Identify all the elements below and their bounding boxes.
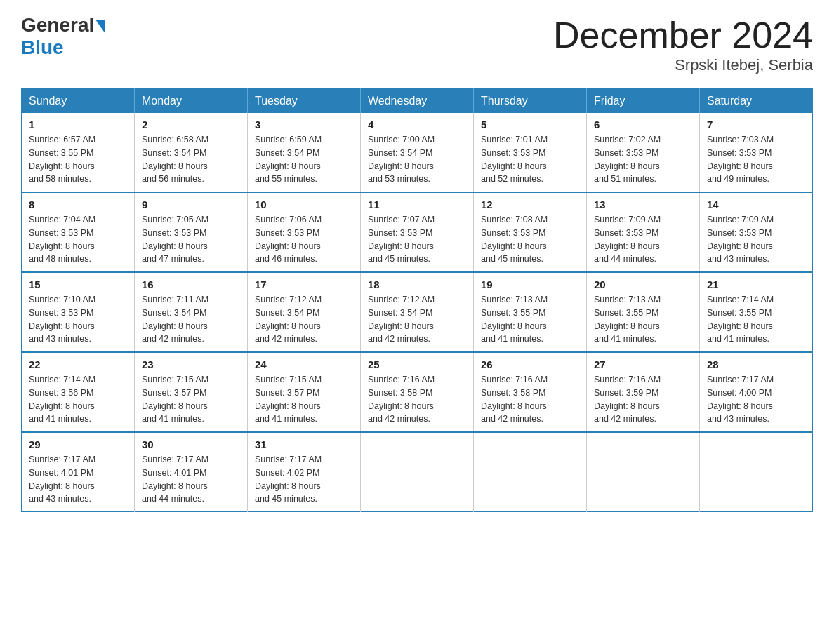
day-info: Sunrise: 6:57 AM Sunset: 3:55 PM Dayligh… (29, 133, 127, 186)
calendar-day-cell: 31Sunrise: 7:17 AM Sunset: 4:02 PM Dayli… (248, 432, 361, 512)
day-info: Sunrise: 6:59 AM Sunset: 3:54 PM Dayligh… (255, 133, 353, 186)
calendar-day-cell: 13Sunrise: 7:09 AM Sunset: 3:53 PM Dayli… (587, 192, 700, 272)
day-info: Sunrise: 7:14 AM Sunset: 3:55 PM Dayligh… (707, 293, 805, 346)
day-info: Sunrise: 7:15 AM Sunset: 3:57 PM Dayligh… (255, 373, 353, 426)
calendar-day-cell: 16Sunrise: 7:11 AM Sunset: 3:54 PM Dayli… (135, 272, 248, 352)
calendar-day-cell (587, 432, 700, 512)
calendar-day-header: Friday (587, 89, 700, 114)
calendar-day-cell: 23Sunrise: 7:15 AM Sunset: 3:57 PM Dayli… (135, 352, 248, 432)
day-info: Sunrise: 7:13 AM Sunset: 3:55 PM Dayligh… (594, 293, 692, 346)
day-info: Sunrise: 7:15 AM Sunset: 3:57 PM Dayligh… (142, 373, 240, 426)
calendar-day-cell: 20Sunrise: 7:13 AM Sunset: 3:55 PM Dayli… (587, 272, 700, 352)
day-number: 25 (368, 358, 466, 370)
day-number: 23 (142, 358, 240, 370)
day-number: 21 (707, 279, 805, 290)
day-info: Sunrise: 7:00 AM Sunset: 3:54 PM Dayligh… (368, 133, 466, 186)
day-info: Sunrise: 7:16 AM Sunset: 3:58 PM Dayligh… (368, 373, 466, 426)
calendar-title-block: December 2024 Srpski Itebej, Serbia (553, 14, 813, 74)
day-number: 14 (707, 199, 805, 210)
day-number: 24 (255, 358, 353, 370)
day-number: 26 (481, 358, 579, 370)
calendar-table: SundayMondayTuesdayWednesdayThursdayFrid… (21, 88, 813, 512)
day-number: 8 (29, 199, 127, 210)
calendar-day-cell: 6Sunrise: 7:02 AM Sunset: 3:53 PM Daylig… (587, 113, 700, 192)
day-number: 4 (368, 119, 466, 130)
day-info: Sunrise: 7:05 AM Sunset: 3:53 PM Dayligh… (142, 213, 240, 266)
calendar-day-cell: 27Sunrise: 7:16 AM Sunset: 3:59 PM Dayli… (587, 352, 700, 432)
day-info: Sunrise: 7:08 AM Sunset: 3:53 PM Dayligh… (481, 213, 579, 266)
day-number: 17 (255, 279, 353, 290)
calendar-week-row: 8Sunrise: 7:04 AM Sunset: 3:53 PM Daylig… (22, 192, 813, 272)
page-header: General Blue December 2024 Srpski Itebej… (21, 14, 813, 74)
day-info: Sunrise: 7:17 AM Sunset: 4:01 PM Dayligh… (142, 453, 240, 506)
day-number: 15 (29, 279, 127, 290)
day-number: 31 (255, 438, 353, 450)
calendar-day-cell: 7Sunrise: 7:03 AM Sunset: 3:53 PM Daylig… (700, 113, 813, 192)
day-info: Sunrise: 7:10 AM Sunset: 3:53 PM Dayligh… (29, 293, 127, 346)
day-number: 7 (707, 119, 805, 130)
calendar-day-cell: 22Sunrise: 7:14 AM Sunset: 3:56 PM Dayli… (22, 352, 135, 432)
calendar-day-cell: 5Sunrise: 7:01 AM Sunset: 3:53 PM Daylig… (474, 113, 587, 192)
day-info: Sunrise: 7:17 AM Sunset: 4:00 PM Dayligh… (707, 373, 805, 426)
calendar-day-cell: 18Sunrise: 7:12 AM Sunset: 3:54 PM Dayli… (361, 272, 474, 352)
calendar-day-header: Tuesday (248, 89, 361, 114)
calendar-subtitle: Srpski Itebej, Serbia (553, 56, 813, 74)
day-number: 11 (368, 199, 466, 210)
day-number: 9 (142, 199, 240, 210)
day-number: 12 (481, 199, 579, 210)
day-info: Sunrise: 7:01 AM Sunset: 3:53 PM Dayligh… (481, 133, 579, 186)
day-info: Sunrise: 7:16 AM Sunset: 3:59 PM Dayligh… (594, 373, 692, 426)
calendar-day-cell: 28Sunrise: 7:17 AM Sunset: 4:00 PM Dayli… (700, 352, 813, 432)
day-number: 2 (142, 119, 240, 130)
day-info: Sunrise: 7:11 AM Sunset: 3:54 PM Dayligh… (142, 293, 240, 346)
calendar-day-header: Sunday (22, 89, 135, 114)
day-info: Sunrise: 7:13 AM Sunset: 3:55 PM Dayligh… (481, 293, 579, 346)
calendar-week-row: 15Sunrise: 7:10 AM Sunset: 3:53 PM Dayli… (22, 272, 813, 352)
day-number: 6 (594, 119, 692, 130)
day-number: 16 (142, 279, 240, 290)
day-number: 10 (255, 199, 353, 210)
logo: General Blue (21, 14, 105, 59)
calendar-day-cell: 30Sunrise: 7:17 AM Sunset: 4:01 PM Dayli… (135, 432, 248, 512)
day-number: 22 (29, 358, 127, 370)
calendar-day-cell: 17Sunrise: 7:12 AM Sunset: 3:54 PM Dayli… (248, 272, 361, 352)
day-info: Sunrise: 7:03 AM Sunset: 3:53 PM Dayligh… (707, 133, 805, 186)
day-info: Sunrise: 7:16 AM Sunset: 3:58 PM Dayligh… (481, 373, 579, 426)
day-number: 28 (707, 358, 805, 370)
calendar-day-cell: 12Sunrise: 7:08 AM Sunset: 3:53 PM Dayli… (474, 192, 587, 272)
calendar-header-row: SundayMondayTuesdayWednesdayThursdayFrid… (22, 89, 813, 114)
calendar-day-cell (700, 432, 813, 512)
logo-arrow-icon (95, 20, 105, 34)
calendar-day-cell: 15Sunrise: 7:10 AM Sunset: 3:53 PM Dayli… (22, 272, 135, 352)
day-info: Sunrise: 7:12 AM Sunset: 3:54 PM Dayligh… (368, 293, 466, 346)
day-number: 3 (255, 119, 353, 130)
calendar-day-cell: 14Sunrise: 7:09 AM Sunset: 3:53 PM Dayli… (700, 192, 813, 272)
calendar-day-header: Monday (135, 89, 248, 114)
calendar-day-cell: 2Sunrise: 6:58 AM Sunset: 3:54 PM Daylig… (135, 113, 248, 192)
day-info: Sunrise: 7:06 AM Sunset: 3:53 PM Dayligh… (255, 213, 353, 266)
calendar-day-header: Wednesday (361, 89, 474, 114)
day-info: Sunrise: 7:14 AM Sunset: 3:56 PM Dayligh… (29, 373, 127, 426)
calendar-day-cell: 26Sunrise: 7:16 AM Sunset: 3:58 PM Dayli… (474, 352, 587, 432)
calendar-day-cell: 3Sunrise: 6:59 AM Sunset: 3:54 PM Daylig… (248, 113, 361, 192)
calendar-day-cell: 4Sunrise: 7:00 AM Sunset: 3:54 PM Daylig… (361, 113, 474, 192)
day-number: 5 (481, 119, 579, 130)
calendar-day-cell: 10Sunrise: 7:06 AM Sunset: 3:53 PM Dayli… (248, 192, 361, 272)
day-number: 29 (29, 438, 127, 450)
calendar-week-row: 29Sunrise: 7:17 AM Sunset: 4:01 PM Dayli… (22, 432, 813, 512)
calendar-body: 1Sunrise: 6:57 AM Sunset: 3:55 PM Daylig… (22, 113, 813, 512)
day-info: Sunrise: 7:02 AM Sunset: 3:53 PM Dayligh… (594, 133, 692, 186)
calendar-day-header: Thursday (474, 89, 587, 114)
calendar-day-cell (474, 432, 587, 512)
calendar-day-cell: 25Sunrise: 7:16 AM Sunset: 3:58 PM Dayli… (361, 352, 474, 432)
day-number: 27 (594, 358, 692, 370)
calendar-day-cell: 8Sunrise: 7:04 AM Sunset: 3:53 PM Daylig… (22, 192, 135, 272)
calendar-day-cell: 19Sunrise: 7:13 AM Sunset: 3:55 PM Dayli… (474, 272, 587, 352)
calendar-day-cell (361, 432, 474, 512)
day-info: Sunrise: 7:17 AM Sunset: 4:01 PM Dayligh… (29, 453, 127, 506)
logo-general-text: General (21, 14, 94, 36)
calendar-day-cell: 9Sunrise: 7:05 AM Sunset: 3:53 PM Daylig… (135, 192, 248, 272)
day-number: 30 (142, 438, 240, 450)
day-info: Sunrise: 7:17 AM Sunset: 4:02 PM Dayligh… (255, 453, 353, 506)
calendar-day-cell: 1Sunrise: 6:57 AM Sunset: 3:55 PM Daylig… (22, 113, 135, 192)
